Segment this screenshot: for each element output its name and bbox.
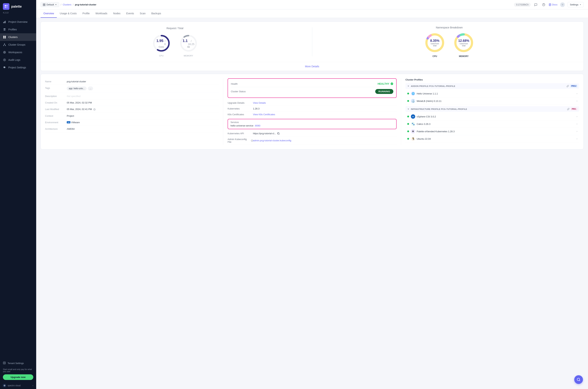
memory-label: MEMORY xyxy=(184,55,193,57)
vmware-icon: vm xyxy=(67,121,70,123)
detail-architecture-row: Architecture AMD64 xyxy=(45,126,219,132)
sidebar-logo[interactable]: palette xyxy=(0,0,36,11)
sidebar-item-profiles[interactable]: Profiles xyxy=(0,26,36,33)
memory-gauge-container: 1.1 / 16.25 Gb MEMORY xyxy=(179,33,198,57)
chevron-right-icon: › xyxy=(577,137,577,140)
sidebar-item-project-settings[interactable]: Project Settings xyxy=(0,64,36,71)
namespace-cpu-sub: Used from total xyxy=(429,43,440,47)
sidebar-item-audit-logs[interactable]: Audit Logs xyxy=(0,56,36,64)
modified-label: Last Modified xyxy=(45,108,67,111)
sidebar-item-tenant-settings[interactable]: Tenant Settings xyxy=(0,360,36,367)
svg-point-13 xyxy=(3,45,4,46)
metallb-name: MetalLB (Helm) 0.13.11 xyxy=(417,100,577,102)
name-label: Name xyxy=(45,80,67,83)
k8s-api-value: https://pcg-tutorial-cl... xyxy=(253,132,276,135)
metric-section-title: Request / Total xyxy=(45,27,305,30)
profile-item-palette-k8s[interactable]: ❄ Palette eXtended Kubernetes 1.28.3 › xyxy=(405,128,579,135)
chat-icon[interactable] xyxy=(533,2,539,8)
tab-nodes[interactable]: Nodes xyxy=(110,9,123,18)
svg-rect-1 xyxy=(6,5,8,6)
profiles-title: Cluster Profiles xyxy=(405,78,579,81)
link-icon xyxy=(567,85,569,87)
spectro-cloud-branding: spectro cloud ‹ xyxy=(0,382,36,389)
upgrade-link[interactable]: View Details xyxy=(253,101,266,104)
upgrade-text: Start small and only pay for what you us… xyxy=(0,367,36,374)
services-value: hello-universe-service :8080 xyxy=(230,124,394,127)
chevron-right-icon: › xyxy=(577,92,577,95)
collapse-icon[interactable]: ‹ xyxy=(33,384,33,387)
tab-scan[interactable]: Scan xyxy=(137,9,149,18)
breadcrumb: Default / Clusters / pcg-tutorial-cluste… xyxy=(40,2,513,7)
profile-item-calico[interactable]: 🐾 Calico 3.26.3 › xyxy=(405,120,579,128)
user-avatar[interactable]: U xyxy=(560,2,565,8)
copy-icon[interactable] xyxy=(277,132,280,135)
svg-rect-6 xyxy=(5,21,6,23)
breadcrumb-clusters[interactable]: Clusters xyxy=(63,3,71,6)
detail-tags-row: Tags app: hello-univ... ... xyxy=(45,85,219,93)
detail-created-row: Created On 05 Mar, 2024, 02:32 PM xyxy=(45,99,219,106)
tenant-settings-label: Tenant Settings xyxy=(8,362,24,365)
namespace-cpu-pct: 8.35% xyxy=(429,39,440,43)
nodes-icon xyxy=(3,43,6,46)
breadcrumb-current: pcg-tutorial-cluster xyxy=(75,3,96,6)
cpu-unit: Cores xyxy=(156,46,166,48)
tag-more-badge[interactable]: ... xyxy=(88,87,93,90)
help-icon[interactable] xyxy=(541,2,547,8)
environment-label: Environment xyxy=(45,121,67,124)
tab-usage-costs[interactable]: Usage & Costs xyxy=(57,9,79,18)
profile-item-ubuntu[interactable]: 🐧 Ubuntu 22.04 › xyxy=(405,135,579,143)
settings-button[interactable]: Settings xyxy=(568,2,584,7)
profile-item-hello-universe[interactable]: 🌐 Hello Universe 1.1.1 › xyxy=(405,90,579,97)
tab-profile[interactable]: Profile xyxy=(80,9,93,18)
logo-icon xyxy=(3,3,9,10)
k8s-cert-link[interactable]: View K8s Certificates xyxy=(253,113,275,116)
tab-events[interactable]: Events xyxy=(123,9,137,18)
addon-profile-header[interactable]: ADDON PROFILE PCG-TUTORIAL-PROFILE PROJ xyxy=(405,83,579,89)
link-icon xyxy=(567,108,569,110)
grid-icon xyxy=(3,35,6,39)
svg-point-20 xyxy=(4,60,5,60)
admin-kubeconfig-value[interactable]: admin.pcg-tutorial-cluster.kubeconfig xyxy=(253,139,291,142)
infra-group-label: INFRASTRUCTURE PROFILE PCG-TUTORIAL-PROF… xyxy=(411,108,566,110)
sidebar-item-clusters[interactable]: Clusters xyxy=(0,33,36,41)
architecture-value: AMD64 xyxy=(67,128,219,130)
status-dot xyxy=(407,138,409,140)
cluster-details-left: Name pcg-tutorial-cluster Tags app: hell… xyxy=(45,78,223,145)
profile-item-metallb[interactable]: ⚓ MetalLB (Helm) 0.13.11 › xyxy=(405,97,579,105)
upgrade-button[interactable]: Upgrade now xyxy=(3,374,33,380)
calico-icon: 🐾 xyxy=(411,122,415,126)
addon-profile-badge: PROJ xyxy=(570,85,577,87)
profile-item-vsphere[interactable]: vm vSphere CSI 3.0.2 › xyxy=(405,113,579,120)
service-port[interactable]: :8080 xyxy=(254,124,260,127)
content-area: Request / Total xyxy=(36,18,588,389)
context-value: Project xyxy=(67,115,219,117)
docs-button[interactable]: Docs xyxy=(549,3,557,6)
info-icon xyxy=(251,139,253,142)
sidebar-item-workspaces[interactable]: Workspaces xyxy=(0,48,36,56)
chevron-right-icon: › xyxy=(577,130,577,133)
default-project-selector[interactable]: Default xyxy=(40,2,59,7)
tag-badge-1[interactable]: app: hello-univ... xyxy=(67,87,87,90)
svg-point-14 xyxy=(5,45,6,46)
chevron-right-icon: › xyxy=(577,100,577,102)
namespace-memory-label: MEMORY xyxy=(459,55,469,58)
k8s-cert-row: K8s Certificates View K8s Certificates xyxy=(228,112,396,117)
infra-profile-header[interactable]: INFRASTRUCTURE PROFILE PCG-TUTORIAL-PROF… xyxy=(405,106,579,112)
chevron-right-icon: › xyxy=(577,123,577,125)
sidebar-item-project-overview[interactable]: Project Overview xyxy=(0,18,36,26)
more-details-link[interactable]: More Details xyxy=(41,62,584,71)
search-fab[interactable] xyxy=(574,375,583,384)
sidebar-label-cluster-groups: Cluster Groups xyxy=(8,43,25,46)
status-dot xyxy=(407,130,409,132)
namespace-memory-container: 12.68% Used from total MEMORY xyxy=(453,32,475,58)
tab-workloads[interactable]: Workloads xyxy=(93,9,110,18)
svg-point-18 xyxy=(4,52,5,53)
chevron-down-icon xyxy=(407,85,409,87)
breadcrumb-sep-1: / xyxy=(61,3,61,6)
cluster-status-row: Cluster Status RUNNING xyxy=(231,88,393,95)
tab-overview[interactable]: Overview xyxy=(40,9,57,18)
created-label: Created On xyxy=(45,101,67,104)
tab-backups[interactable]: Backups xyxy=(149,9,164,18)
cluster-status-label: Cluster Status xyxy=(231,90,246,93)
sidebar-item-cluster-groups[interactable]: Cluster Groups xyxy=(0,41,36,48)
